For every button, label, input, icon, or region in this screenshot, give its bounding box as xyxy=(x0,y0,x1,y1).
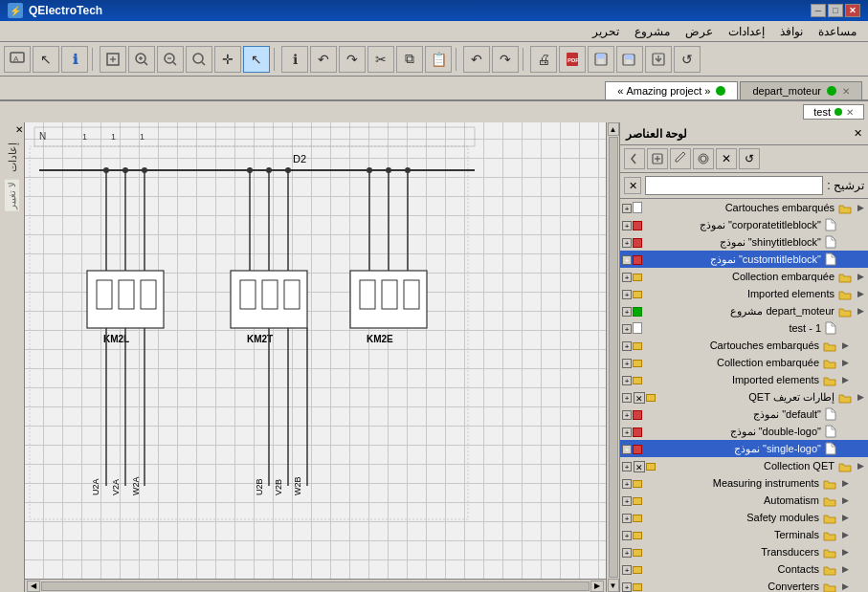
expand-btn[interactable]: + xyxy=(620,374,632,385)
maximize-btn[interactable]: □ xyxy=(828,4,843,17)
expand-btn[interactable]: + xyxy=(620,340,632,351)
cut-btn[interactable]: ✂ xyxy=(367,46,394,73)
expand-btn[interactable]: + xyxy=(620,305,632,317)
tree-expand-arrow[interactable]: ▶ xyxy=(837,547,849,557)
print-btn[interactable]: 🖨 xyxy=(530,46,557,73)
tree-item-collection-embarquee[interactable]: ▶Collection embarquée+ xyxy=(620,268,868,285)
save-all-btn[interactable] xyxy=(616,46,643,73)
scroll-down-btn[interactable]: ▼ xyxy=(608,579,619,592)
select-tool-btn[interactable]: ↖ xyxy=(33,46,59,73)
tree-item-cartouches-embarques-2[interactable]: ▶Cartouches embarqués+ xyxy=(620,337,868,354)
tab-close-icon[interactable]: ✕ xyxy=(842,86,850,97)
expand-btn[interactable]: + xyxy=(620,219,632,230)
minimize-btn[interactable]: ─ xyxy=(811,4,826,17)
tree-item-depart-moteur[interactable]: ▶depart_moteur مشروع+ xyxy=(620,302,868,319)
tree-expand-arrow[interactable]: ▶ xyxy=(853,289,864,298)
tree-expand-arrow[interactable]: ▶ xyxy=(853,272,864,281)
tree-item-corporate[interactable]: "corporatetitleblock" نموذج+ xyxy=(620,216,868,233)
expand-btn[interactable]: + xyxy=(620,581,632,592)
expand-btn[interactable]: + xyxy=(620,563,632,575)
tree-expand-arrow[interactable]: ▶ xyxy=(837,478,849,488)
expand-btn[interactable]: + xyxy=(620,426,632,437)
text-tool-btn[interactable]: A xyxy=(4,46,31,73)
info2-btn[interactable]: ℹ xyxy=(281,46,308,73)
scroll-v-track[interactable] xyxy=(609,137,618,578)
x-btn[interactable]: ✕ xyxy=(632,390,645,403)
expand-btn[interactable]: + xyxy=(620,357,632,368)
filter-input[interactable] xyxy=(645,176,823,195)
undo-btn[interactable]: ↶ xyxy=(310,46,337,73)
menu-edit[interactable]: تحرير xyxy=(585,23,627,40)
panel-btn-edit[interactable] xyxy=(670,148,691,169)
paste-btn[interactable]: 📋 xyxy=(425,46,452,73)
tree-item-imported-elements-1[interactable]: ▶Imported elements+ xyxy=(620,285,868,302)
scroll-h-track[interactable] xyxy=(41,581,590,591)
export-btn[interactable] xyxy=(645,46,672,73)
tree-expand-arrow[interactable]: ▶ xyxy=(853,306,864,316)
right-panel-close[interactable]: ✕ xyxy=(854,127,862,140)
zoom-out-btn[interactable] xyxy=(157,46,184,73)
info-btn[interactable]: ℹ xyxy=(61,46,88,73)
scroll-left-btn[interactable]: ◀ xyxy=(27,581,40,592)
tree-expand-arrow[interactable]: ▶ xyxy=(837,375,849,384)
subtab-test[interactable]: ✕ test xyxy=(803,104,864,120)
menu-settings[interactable]: إعدادات xyxy=(721,23,772,40)
expand-btn[interactable]: + xyxy=(620,512,632,523)
expand-btn[interactable]: + xyxy=(620,236,632,248)
zoom-custom-btn[interactable] xyxy=(186,46,212,73)
expand-btn[interactable]: + xyxy=(620,391,632,403)
tree-item-cartouches-embarques[interactable]: ▶Cartouches embarqués+ xyxy=(620,199,868,216)
expand-btn[interactable]: + xyxy=(620,494,632,506)
tree-item-shiny[interactable]: "shinytitleblock" نموذج+ xyxy=(620,233,868,251)
tree-expand-arrow[interactable]: ▶ xyxy=(853,203,864,212)
zoom-fit-btn[interactable] xyxy=(100,46,126,73)
tab-depart-moteur[interactable]: ✕ depart_moteur xyxy=(740,81,862,99)
expand-btn[interactable]: + xyxy=(620,443,632,454)
expand-btn[interactable]: + xyxy=(620,408,632,420)
canvas-right-scrollbar[interactable]: ▲ ▼ xyxy=(606,122,619,592)
tree-expand-arrow[interactable]: ▶ xyxy=(837,530,849,539)
panel-btn-back[interactable] xyxy=(624,148,645,169)
arrow-btn[interactable]: ↖ xyxy=(243,46,270,73)
tree-item-terminals[interactable]: ▶Terminals+ xyxy=(620,526,868,543)
tree-item-default[interactable]: "default" نموذج+ xyxy=(620,406,868,423)
redo-btn[interactable]: ↷ xyxy=(339,46,366,73)
expand-btn[interactable]: + xyxy=(620,460,632,471)
tree-item-imported-elements-2[interactable]: ▶Imported elements+ xyxy=(620,371,868,388)
close-btn[interactable]: ✕ xyxy=(845,4,860,17)
tree-item-test-1[interactable]: test - 1+ xyxy=(620,319,868,337)
tree-expand-arrow[interactable]: ▶ xyxy=(837,340,849,350)
tree-item-safety-modules[interactable]: ▶Safety modules+ xyxy=(620,509,868,526)
panel-btn-reload[interactable]: ↺ xyxy=(739,148,760,169)
panel-btn-delete[interactable]: ✕ xyxy=(716,148,737,169)
expand-btn[interactable]: + xyxy=(620,288,632,299)
expand-btn[interactable]: + xyxy=(620,529,632,540)
menu-windows[interactable]: نوافذ xyxy=(772,23,811,40)
tree-item-automatism[interactable]: ▶Automatism+ xyxy=(620,492,868,509)
scroll-up-btn[interactable]: ▲ xyxy=(608,122,619,136)
undo2-btn[interactable]: ↶ xyxy=(463,46,490,73)
copy-btn[interactable]: ⧉ xyxy=(396,46,423,73)
tree-item-itaraat[interactable]: ▶إطارات تعريف QET✕+ xyxy=(620,388,868,406)
tree-expand-arrow[interactable]: ▶ xyxy=(837,495,849,505)
menu-view[interactable]: عرض xyxy=(678,23,721,40)
tree-item-double-logo[interactable]: "double-logo" نموذج+ xyxy=(620,423,868,440)
expand-btn[interactable]: + xyxy=(620,546,632,558)
redo2-btn[interactable]: ↷ xyxy=(492,46,519,73)
tree-item-measuring-instruments[interactable]: ▶Measuring instruments+ xyxy=(620,474,868,492)
scroll-right-btn[interactable]: ▶ xyxy=(590,581,604,592)
panel-btn-new[interactable] xyxy=(647,148,668,169)
tree-item-single-logo[interactable]: "single-logo" نموذج+ xyxy=(620,440,868,457)
save-pdf-btn[interactable]: PDF xyxy=(559,46,586,73)
reload-btn[interactable]: ↺ xyxy=(674,46,701,73)
tree-item-custom[interactable]: "customtitleblock" نموذج+ xyxy=(620,251,868,268)
panel-btn-settings[interactable] xyxy=(693,148,714,169)
expand-btn[interactable]: + xyxy=(620,322,632,334)
tree-expand-arrow[interactable]: ▶ xyxy=(853,461,864,471)
tree-expand-arrow[interactable]: ▶ xyxy=(853,392,864,402)
menu-project[interactable]: مشروع xyxy=(627,23,678,40)
x-btn[interactable]: ✕ xyxy=(632,459,645,471)
tree-view[interactable]: ▶Cartouches embarqués+"corporatetitleblo… xyxy=(620,199,868,592)
left-panel-close[interactable]: ✕ xyxy=(15,124,23,135)
expand-btn[interactable]: + xyxy=(620,202,632,213)
